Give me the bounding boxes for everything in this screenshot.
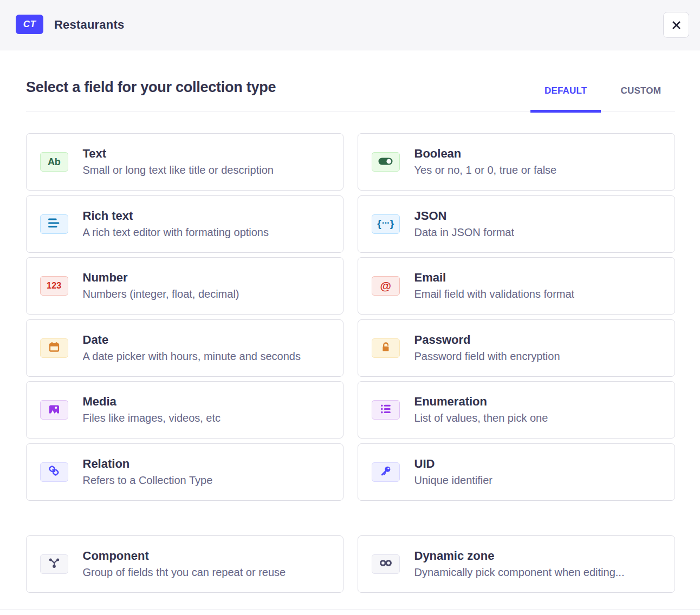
field-icon-chip xyxy=(40,214,68,234)
field-title: UID xyxy=(414,457,493,470)
field-title: Number xyxy=(83,271,239,284)
close-icon xyxy=(672,21,681,30)
field-title: Text xyxy=(83,147,274,160)
field-card-dynamiczone[interactable]: Dynamic zone Dynamically pick component … xyxy=(358,535,675,593)
component-icon xyxy=(48,558,60,570)
field-icon-chip xyxy=(372,400,400,420)
field-icon-chip xyxy=(372,152,400,172)
page-heading: Select a field for your collection type xyxy=(26,78,276,96)
field-description: Password field with encryption xyxy=(414,349,560,363)
field-icon-chip xyxy=(40,462,68,482)
date-icon xyxy=(49,342,60,354)
field-icon-chip xyxy=(40,338,68,358)
field-title: Media xyxy=(83,395,221,408)
dynamiczone-icon xyxy=(379,560,392,568)
default-fields-grid: Ab Text Small or long text like title or… xyxy=(26,133,675,501)
richtext-icon xyxy=(48,218,60,230)
field-card-media[interactable]: Media Files like images, videos, etc xyxy=(26,381,343,439)
field-card-number[interactable]: 123 Number Numbers (integer, float, deci… xyxy=(26,257,343,315)
password-icon xyxy=(381,342,391,354)
field-card-relation[interactable]: Relation Refers to a Collection Type xyxy=(26,443,343,501)
modal-title: Restaurants xyxy=(54,0,124,50)
field-description: Dynamically pick component when editing.… xyxy=(414,565,625,579)
close-button[interactable] xyxy=(663,12,689,38)
modal-header: CT Restaurants xyxy=(0,0,700,50)
field-icon-chip: 123 xyxy=(40,276,68,296)
field-description: Unique identifier xyxy=(414,473,493,487)
field-title: JSON xyxy=(414,209,515,223)
json-icon: {···} xyxy=(377,219,394,229)
field-title: Component xyxy=(83,549,286,562)
field-card-text[interactable]: Ab Text Small or long text like title or… xyxy=(26,133,343,191)
modal-footer xyxy=(0,610,700,615)
email-icon: @ xyxy=(380,279,391,292)
field-title: Date xyxy=(83,333,301,346)
tab-default[interactable]: DEFAULT xyxy=(530,78,601,112)
field-description: Numbers (integer, float, decimal) xyxy=(83,287,239,301)
field-card-password[interactable]: Password Password field with encryption xyxy=(358,319,675,377)
field-title: Boolean xyxy=(414,147,557,160)
field-card-json[interactable]: {···} JSON Data in JSON format xyxy=(358,195,675,253)
advanced-fields-grid: Component Group of fields tht you can re… xyxy=(26,535,675,593)
number-icon: 123 xyxy=(47,281,61,291)
boolean-icon xyxy=(378,158,393,167)
field-title: Email xyxy=(414,271,575,284)
enumeration-icon xyxy=(381,404,391,415)
field-card-boolean[interactable]: Boolean Yes or no, 1 or 0, true or false xyxy=(358,133,675,191)
field-description: Refers to a Collection Type xyxy=(83,473,213,487)
field-title: Dynamic zone xyxy=(414,549,625,562)
collection-type-badge: CT xyxy=(16,15,43,34)
field-description: List of values, then pick one xyxy=(414,411,548,425)
text-icon: Ab xyxy=(48,156,61,168)
field-icon-chip xyxy=(40,554,68,574)
field-icon-chip: @ xyxy=(372,276,400,296)
uid-icon xyxy=(380,466,391,478)
field-description: Group of fields tht you can repeat or re… xyxy=(83,565,286,579)
field-icon-chip xyxy=(372,554,400,574)
field-card-date[interactable]: Date A date picker with hours, minute an… xyxy=(26,319,343,377)
field-description: Files like images, videos, etc xyxy=(83,411,221,425)
field-icon-chip: {···} xyxy=(372,214,400,234)
modal-body: Select a field for your collection type … xyxy=(0,78,700,593)
field-card-richtext[interactable]: Rich text A rich text editor with format… xyxy=(26,195,343,253)
field-description: Email field with validations format xyxy=(414,287,575,301)
heading-row: Select a field for your collection type … xyxy=(26,78,675,112)
field-description: A rich text editor with formating option… xyxy=(83,225,269,239)
field-card-component[interactable]: Component Group of fields tht you can re… xyxy=(26,535,343,593)
field-title: Password xyxy=(414,333,560,346)
field-icon-chip: Ab xyxy=(40,152,68,172)
field-icon-chip xyxy=(40,400,68,420)
relation-icon xyxy=(48,466,60,478)
field-description: Yes or no, 1 or 0, true or false xyxy=(414,163,557,177)
media-icon xyxy=(49,405,60,415)
field-icon-chip xyxy=(372,462,400,482)
field-description: Small or long text like title or descrip… xyxy=(83,163,274,177)
field-description: Data in JSON format xyxy=(414,225,515,239)
field-card-uid[interactable]: UID Unique identifier xyxy=(358,443,675,501)
field-card-email[interactable]: @ Email Email field with validations for… xyxy=(358,257,675,315)
field-icon-chip xyxy=(372,338,400,358)
field-card-enumeration[interactable]: Enumeration List of values, then pick on… xyxy=(358,381,675,439)
field-description: A date picker with hours, minute and sec… xyxy=(83,349,301,363)
tab-custom[interactable]: CUSTOM xyxy=(606,78,675,112)
field-title: Enumeration xyxy=(414,395,548,408)
field-title: Relation xyxy=(83,457,213,470)
field-title: Rich text xyxy=(83,209,269,223)
tab-list: DEFAULT CUSTOM xyxy=(530,78,675,112)
